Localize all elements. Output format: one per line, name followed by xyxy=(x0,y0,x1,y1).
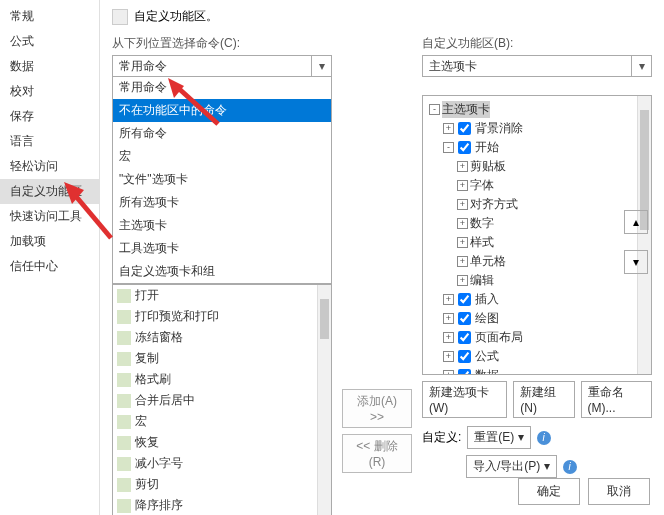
tree-toggle-icon[interactable]: + xyxy=(457,199,468,210)
tree-toggle-icon[interactable]: + xyxy=(457,275,468,286)
tree-checkbox[interactable] xyxy=(458,141,471,154)
dropdown-item[interactable]: "文件"选项卡 xyxy=(113,168,331,191)
sidebar-item[interactable]: 常规 xyxy=(0,4,99,29)
command-label: 降序排序 xyxy=(135,497,183,514)
tree-checkbox[interactable] xyxy=(458,350,471,363)
ribbon-target-combo[interactable]: 主选项卡 ▾ xyxy=(422,55,652,77)
tree-item[interactable]: +数字 xyxy=(429,214,645,233)
tree-label: 剪贴板 xyxy=(470,158,506,175)
tree-toggle-icon[interactable]: + xyxy=(443,370,454,375)
tree-item[interactable]: +样式 xyxy=(429,233,645,252)
tree-toggle-icon[interactable]: + xyxy=(443,351,454,362)
sidebar-item[interactable]: 保存 xyxy=(0,104,99,129)
tree-checkbox[interactable] xyxy=(458,369,471,375)
new-group-button[interactable]: 新建组(N) xyxy=(513,381,574,418)
command-item[interactable]: 宏 xyxy=(113,411,331,432)
rename-button[interactable]: 重命名(M)... xyxy=(581,381,652,418)
command-item[interactable]: 降序排序 xyxy=(113,495,331,515)
command-item[interactable]: 复制 xyxy=(113,348,331,369)
tree-item[interactable]: +公式 xyxy=(429,347,645,366)
sidebar-item[interactable]: 数据 xyxy=(0,54,99,79)
command-icon xyxy=(117,289,131,303)
dropdown-item[interactable]: 所有命令 xyxy=(113,122,331,145)
tree-toggle-icon[interactable]: + xyxy=(443,123,454,134)
sidebar-item[interactable]: 语言 xyxy=(0,129,99,154)
dropdown-item[interactable]: 不在功能区中的命令 xyxy=(113,99,331,122)
import-export-button[interactable]: 导入/导出(P) ▾ xyxy=(466,455,557,478)
tree-item[interactable]: +数据 xyxy=(429,366,645,375)
tree-label: 绘图 xyxy=(475,310,499,327)
command-item[interactable]: 打开 xyxy=(113,285,331,306)
tree-item[interactable]: +单元格 xyxy=(429,252,645,271)
tree-item[interactable]: +对齐方式 xyxy=(429,195,645,214)
tree-item[interactable]: +背景消除 xyxy=(429,119,645,138)
sidebar-item[interactable]: 校对 xyxy=(0,79,99,104)
cancel-button[interactable]: 取消 xyxy=(588,478,650,505)
command-item[interactable]: 合并后居中 xyxy=(113,390,331,411)
tree-toggle-icon[interactable]: + xyxy=(443,313,454,324)
tree-toggle-icon[interactable]: + xyxy=(457,161,468,172)
command-item[interactable]: 打印预览和打印 xyxy=(113,306,331,327)
tree-item[interactable]: +绘图 xyxy=(429,309,645,328)
sidebar-item[interactable]: 自定义功能区 xyxy=(0,179,99,204)
tree-checkbox[interactable] xyxy=(458,293,471,306)
tree-toggle-icon[interactable]: + xyxy=(443,294,454,305)
tree-item[interactable]: +插入 xyxy=(429,290,645,309)
sidebar: 常规公式数据校对保存语言轻松访问自定义功能区快速访问工具加载项信任中心 xyxy=(0,0,100,515)
page-title: 自定义功能区。 xyxy=(134,8,218,25)
chevron-down-icon: ▾ xyxy=(311,56,331,76)
sidebar-item[interactable]: 公式 xyxy=(0,29,99,54)
command-item[interactable]: 减小字号 xyxy=(113,453,331,474)
command-icon xyxy=(117,478,131,492)
add-button[interactable]: 添加(A) >> xyxy=(342,389,412,428)
move-down-button[interactable]: ▾ xyxy=(624,250,648,274)
commands-source-combo[interactable]: 常用命令 ▾ xyxy=(112,55,332,77)
tree-toggle-icon[interactable]: + xyxy=(443,332,454,343)
ribbon-tree[interactable]: -主选项卡+背景消除-开始+剪贴板+字体+对齐方式+数字+样式+单元格+编辑+插… xyxy=(422,95,652,375)
tree-checkbox[interactable] xyxy=(458,331,471,344)
tree-item[interactable]: +字体 xyxy=(429,176,645,195)
move-up-button[interactable]: ▴ xyxy=(624,210,648,234)
remove-button[interactable]: << 删除(R) xyxy=(342,434,412,473)
tree-toggle-icon[interactable]: + xyxy=(457,256,468,267)
tree-toggle-icon[interactable]: + xyxy=(457,237,468,248)
dropdown-item[interactable]: 宏 xyxy=(113,145,331,168)
commands-list[interactable]: 打开打印预览和打印冻结窗格复制格式刷合并后居中宏恢复减小字号剪切降序排序居中开始… xyxy=(112,284,332,515)
chevron-down-icon: ▾ xyxy=(631,56,651,76)
tree-label: 公式 xyxy=(475,348,499,365)
tree-label: 编辑 xyxy=(470,272,494,289)
tree-item[interactable]: -主选项卡 xyxy=(429,100,645,119)
tree-item[interactable]: +剪贴板 xyxy=(429,157,645,176)
sidebar-item[interactable]: 信任中心 xyxy=(0,254,99,279)
custom-label: 自定义: xyxy=(422,429,461,446)
new-tab-button[interactable]: 新建选项卡(W) xyxy=(422,381,507,418)
tree-toggle-icon[interactable]: + xyxy=(457,218,468,229)
dropdown-item[interactable]: 常用命令 xyxy=(113,76,331,99)
tree-item[interactable]: +编辑 xyxy=(429,271,645,290)
reset-button[interactable]: 重置(E) ▾ xyxy=(467,426,530,449)
command-icon xyxy=(117,310,131,324)
tree-toggle-icon[interactable]: - xyxy=(443,142,454,153)
dropdown-item[interactable]: 所有选项卡 xyxy=(113,191,331,214)
command-item[interactable]: 冻结窗格 xyxy=(113,327,331,348)
tree-item[interactable]: +页面布局 xyxy=(429,328,645,347)
ok-button[interactable]: 确定 xyxy=(518,478,580,505)
tree-item[interactable]: -开始 xyxy=(429,138,645,157)
command-label: 合并后居中 xyxy=(135,392,195,409)
sidebar-item[interactable]: 快速访问工具 xyxy=(0,204,99,229)
command-item[interactable]: 剪切 xyxy=(113,474,331,495)
command-item[interactable]: 格式刷 xyxy=(113,369,331,390)
sidebar-item[interactable]: 加载项 xyxy=(0,229,99,254)
dropdown-item[interactable]: 主选项卡 xyxy=(113,214,331,237)
command-icon xyxy=(117,394,131,408)
tree-checkbox[interactable] xyxy=(458,312,471,325)
tree-toggle-icon[interactable]: - xyxy=(429,104,440,115)
commands-source-dropdown[interactable]: 常用命令不在功能区中的命令所有命令宏"文件"选项卡所有选项卡主选项卡工具选项卡自… xyxy=(112,76,332,284)
scrollbar[interactable] xyxy=(317,285,331,515)
tree-checkbox[interactable] xyxy=(458,122,471,135)
command-item[interactable]: 恢复 xyxy=(113,432,331,453)
dropdown-item[interactable]: 自定义选项卡和组 xyxy=(113,260,331,283)
dropdown-item[interactable]: 工具选项卡 xyxy=(113,237,331,260)
sidebar-item[interactable]: 轻松访问 xyxy=(0,154,99,179)
tree-toggle-icon[interactable]: + xyxy=(457,180,468,191)
